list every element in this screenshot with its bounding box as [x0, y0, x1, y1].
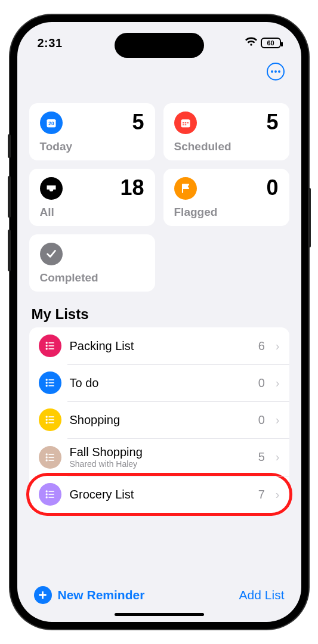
new-reminder-label: New Reminder — [58, 588, 145, 602]
smart-scheduled-card[interactable]: 5 Scheduled — [163, 103, 289, 160]
list-name: Fall Shopping — [70, 445, 250, 459]
chevron-right-icon: › — [276, 413, 280, 427]
smart-flagged-label: Flagged — [174, 206, 279, 219]
svg-point-25 — [45, 422, 47, 423]
screen: 2:31 60 20 — [17, 22, 301, 622]
svg-point-15 — [45, 379, 47, 380]
smart-flagged-count: 0 — [266, 177, 278, 199]
svg-rect-36 — [48, 494, 54, 495]
list-name: Shopping — [70, 413, 250, 427]
svg-rect-26 — [48, 422, 54, 423]
smart-completed-label: Completed — [40, 271, 144, 284]
smart-today-count: 5 — [132, 112, 144, 133]
plus-circle-icon: + — [34, 586, 52, 604]
battery-icon: 60 — [261, 38, 281, 48]
chevron-right-icon: › — [276, 376, 280, 390]
inbox-icon — [40, 177, 63, 200]
home-indicator[interactable] — [115, 613, 204, 616]
dynamic-island — [115, 33, 204, 58]
list-row-shopping[interactable]: Shopping 0 › — [29, 401, 289, 438]
svg-rect-8 — [184, 125, 186, 126]
smart-all-label: All — [40, 206, 144, 219]
my-lists-container: Packing List 6 › To do 0 › — [29, 327, 289, 513]
svg-rect-12 — [48, 345, 54, 346]
calendar-today-icon: 20 — [40, 112, 63, 134]
svg-rect-38 — [48, 497, 54, 498]
list-icon — [39, 483, 61, 506]
svg-point-13 — [45, 348, 47, 349]
phone-frame: 2:31 60 20 — [10, 15, 308, 629]
svg-point-21 — [45, 416, 47, 417]
svg-point-33 — [45, 490, 47, 492]
svg-text:20: 20 — [48, 120, 54, 126]
smart-flagged-card[interactable]: 0 Flagged — [163, 169, 289, 226]
svg-point-11 — [45, 345, 47, 346]
battery-percent: 60 — [267, 39, 274, 47]
smart-completed-card[interactable]: Completed — [29, 234, 155, 292]
flag-icon — [174, 177, 197, 200]
svg-point-23 — [45, 419, 47, 420]
my-lists-heading: My Lists — [17, 296, 301, 327]
list-count: 5 — [258, 450, 265, 464]
svg-rect-3 — [181, 119, 190, 127]
svg-point-9 — [45, 342, 47, 343]
smart-today-card[interactable]: 20 5 Today — [29, 103, 155, 160]
chevron-right-icon: › — [276, 488, 280, 501]
list-row-to-do[interactable]: To do 0 › — [29, 364, 289, 401]
svg-rect-5 — [184, 122, 186, 123]
svg-rect-4 — [183, 122, 184, 123]
list-icon — [39, 371, 61, 394]
new-reminder-button[interactable]: + New Reminder — [34, 586, 145, 604]
svg-point-27 — [45, 453, 47, 455]
list-row-grocery-list[interactable]: Grocery List 7 › — [29, 476, 289, 513]
smart-scheduled-label: Scheduled — [174, 140, 279, 153]
svg-point-31 — [45, 459, 47, 461]
checkmark-icon — [40, 243, 63, 265]
svg-rect-16 — [48, 379, 54, 380]
list-row-packing-list[interactable]: Packing List 6 › — [29, 327, 289, 364]
svg-rect-18 — [48, 382, 54, 383]
svg-rect-28 — [48, 454, 54, 455]
svg-point-35 — [45, 493, 47, 495]
list-name: Grocery List — [70, 488, 250, 501]
svg-point-37 — [45, 496, 47, 498]
list-icon — [39, 446, 61, 469]
svg-point-19 — [45, 385, 47, 386]
chevron-right-icon: › — [276, 339, 280, 353]
chevron-right-icon: › — [276, 450, 280, 464]
smart-today-label: Today — [40, 140, 144, 153]
list-name: Packing List — [70, 339, 250, 353]
more-options-button[interactable] — [267, 63, 285, 80]
svg-rect-34 — [48, 491, 54, 492]
list-count: 0 — [258, 413, 265, 427]
smart-scheduled-count: 5 — [266, 112, 278, 133]
list-count: 0 — [258, 376, 265, 390]
list-name: To do — [70, 376, 250, 390]
svg-rect-14 — [48, 348, 54, 349]
wifi-icon — [245, 37, 257, 49]
svg-rect-24 — [48, 419, 54, 420]
add-list-button[interactable]: Add List — [239, 588, 285, 602]
calendar-scheduled-icon — [174, 112, 197, 134]
smart-all-card[interactable]: 18 All — [29, 169, 155, 226]
list-icon — [39, 408, 61, 431]
list-icon — [39, 335, 61, 357]
list-count: 6 — [258, 339, 265, 353]
svg-rect-7 — [183, 125, 184, 126]
svg-rect-30 — [48, 457, 54, 458]
smart-all-count: 18 — [120, 177, 144, 199]
svg-rect-32 — [48, 460, 54, 461]
list-subtitle: Shared with Haley — [70, 459, 250, 469]
svg-rect-6 — [187, 122, 189, 123]
svg-point-29 — [45, 456, 47, 458]
svg-point-17 — [45, 382, 47, 383]
status-time: 2:31 — [38, 36, 63, 50]
svg-rect-10 — [48, 342, 54, 343]
list-count: 7 — [258, 488, 265, 501]
svg-rect-22 — [48, 416, 54, 417]
list-row-fall-shopping[interactable]: Fall Shopping Shared with Haley 5 › — [29, 438, 289, 476]
smart-lists-grid: 20 5 Today 5 Scheduled — [17, 85, 301, 296]
svg-rect-20 — [48, 385, 54, 386]
